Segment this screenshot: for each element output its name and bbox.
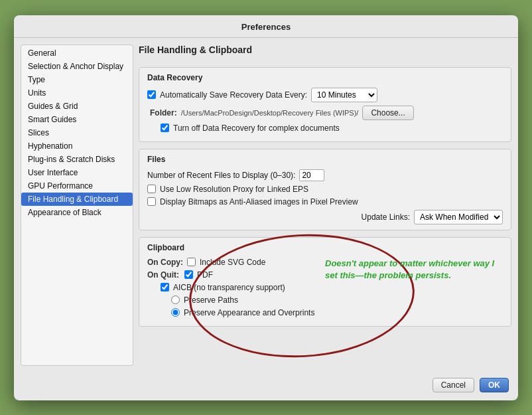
- auto-save-checkbox[interactable]: [147, 90, 156, 99]
- dialog-footer: Cancel OK: [14, 373, 518, 400]
- preserve-paths-radio[interactable]: [171, 295, 180, 304]
- sidebar-item[interactable]: User Interface: [21, 166, 133, 179]
- sidebar-item[interactable]: File Handling & Clipboard: [21, 193, 133, 206]
- auto-save-interval-select[interactable]: 2 Minutes5 Minutes10 Minutes15 Minutes30…: [311, 88, 377, 102]
- update-links-select[interactable]: AutomaticallyAsk When ModifiedManually: [414, 210, 503, 224]
- sidebar-item[interactable]: Units: [21, 86, 133, 100]
- include-svg-checkbox[interactable]: [187, 258, 196, 266]
- panel-title: File Handling & Clipboard: [139, 44, 511, 55]
- turn-off-label: Turn off Data Recovery for complex docum…: [173, 124, 340, 133]
- preferences-dialog: Preferences GeneralSelection & Anchor Di…: [14, 15, 518, 400]
- sidebar-item[interactable]: Smart Guides: [21, 113, 133, 126]
- sidebar: GeneralSelection & Anchor DisplayTypeUni…: [21, 44, 133, 366]
- sidebar-item[interactable]: Type: [21, 73, 133, 86]
- include-svg-label: Include SVG Code: [200, 258, 265, 267]
- cancel-button[interactable]: Cancel: [432, 378, 474, 392]
- update-links-label: Update Links:: [362, 212, 410, 222]
- auto-save-label: Automatically Save Recovery Data Every:: [160, 90, 307, 100]
- sidebar-item[interactable]: Selection & Anchor Display: [21, 60, 133, 73]
- folder-path: /Users/MacProDesign/Desktop/Recovery Fil…: [181, 109, 359, 117]
- preserve-appearance-label: Preserve Appearance and Overprints: [184, 308, 314, 317]
- folder-label: Folder:: [150, 108, 177, 118]
- files-section: Files Number of Recent Files to Display …: [139, 149, 511, 230]
- choose-button[interactable]: Choose...: [362, 106, 413, 120]
- preserve-paths-label: Preserve Paths: [184, 295, 238, 305]
- pdf-label: PDF: [197, 270, 213, 280]
- aicb-label: AICB (no transparency support): [173, 283, 285, 292]
- data-recovery-section: Data Recovery Automatically Save Recover…: [139, 67, 511, 142]
- pdf-checkbox[interactable]: [184, 270, 193, 279]
- sidebar-item[interactable]: Slices: [21, 126, 133, 139]
- annotation-text: Doesn't appear to matter whichever way I…: [325, 258, 504, 282]
- sidebar-item[interactable]: GPU Performance: [21, 179, 133, 193]
- recent-files-input[interactable]: [299, 169, 324, 181]
- sidebar-item[interactable]: Plug-ins & Scratch Disks: [21, 153, 133, 166]
- aicb-checkbox[interactable]: [161, 283, 169, 291]
- sidebar-item[interactable]: General: [21, 46, 133, 60]
- dialog-title: Preferences: [14, 15, 518, 38]
- on-copy-label: On Copy:: [147, 258, 183, 267]
- sidebar-item[interactable]: Appearance of Black: [21, 206, 133, 219]
- display-bitmaps-checkbox[interactable]: [147, 197, 156, 206]
- display-bitmaps-label: Display Bitmaps as Anti-Aliased images i…: [160, 197, 358, 207]
- sidebar-item[interactable]: Hyphenation: [21, 139, 133, 153]
- ok-button[interactable]: OK: [480, 378, 509, 392]
- files-title: Files: [147, 155, 503, 164]
- data-recovery-title: Data Recovery: [147, 73, 503, 82]
- main-panel: File Handling & Clipboard Data Recovery …: [139, 44, 511, 366]
- recent-files-label: Number of Recent Files to Display (0–30)…: [147, 171, 295, 180]
- sidebar-item[interactable]: Guides & Grid: [21, 100, 133, 113]
- clipboard-section: Clipboard On Copy: Include SVG Code On Q…: [139, 237, 511, 327]
- clipboard-title: Clipboard: [147, 243, 503, 252]
- preserve-appearance-radio[interactable]: [171, 308, 180, 317]
- low-res-checkbox[interactable]: [147, 185, 156, 193]
- on-quit-label: On Quit:: [147, 270, 180, 280]
- low-res-label: Use Low Resolution Proxy for Linked EPS: [160, 185, 308, 194]
- turn-off-checkbox[interactable]: [161, 124, 169, 132]
